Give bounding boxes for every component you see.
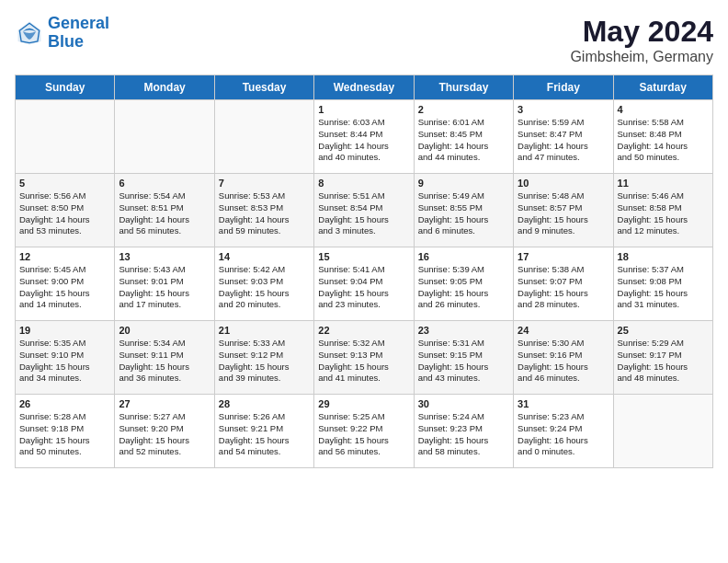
day-info: Sunrise: 5:35 AM Sunset: 9:10 PM Dayligh… — [19, 338, 110, 385]
day-cell: 4Sunrise: 5:58 AM Sunset: 8:48 PM Daylig… — [613, 100, 712, 174]
header-cell-monday: Monday — [115, 75, 214, 100]
day-cell: 16Sunrise: 5:39 AM Sunset: 9:05 PM Dayli… — [414, 247, 513, 321]
day-info: Sunrise: 5:51 AM Sunset: 8:54 PM Dayligh… — [318, 190, 409, 237]
day-info: Sunrise: 5:39 AM Sunset: 9:05 PM Dayligh… — [418, 264, 509, 311]
day-info: Sunrise: 5:27 AM Sunset: 9:20 PM Dayligh… — [119, 411, 210, 458]
subtitle: Gimbsheim, Germany — [570, 49, 713, 65]
week-row-2: 5Sunrise: 5:56 AM Sunset: 8:50 PM Daylig… — [16, 174, 713, 247]
day-number: 30 — [418, 398, 509, 409]
day-number: 17 — [518, 251, 609, 262]
day-cell: 8Sunrise: 5:51 AM Sunset: 8:54 PM Daylig… — [314, 174, 414, 247]
day-info: Sunrise: 5:29 AM Sunset: 9:17 PM Dayligh… — [618, 338, 709, 385]
day-cell: 23Sunrise: 5:31 AM Sunset: 9:15 PM Dayli… — [414, 321, 513, 395]
main-title: May 2024 — [570, 15, 713, 49]
day-cell: 14Sunrise: 5:42 AM Sunset: 9:03 PM Dayli… — [214, 247, 313, 321]
day-info: Sunrise: 5:31 AM Sunset: 9:15 PM Dayligh… — [418, 338, 509, 385]
day-info: Sunrise: 5:25 AM Sunset: 9:22 PM Dayligh… — [318, 411, 409, 458]
day-cell: 10Sunrise: 5:48 AM Sunset: 8:57 PM Dayli… — [514, 174, 613, 247]
day-info: Sunrise: 5:24 AM Sunset: 9:23 PM Dayligh… — [418, 411, 509, 458]
day-cell: 6Sunrise: 5:54 AM Sunset: 8:51 PM Daylig… — [115, 174, 214, 247]
day-info: Sunrise: 6:01 AM Sunset: 8:45 PM Dayligh… — [418, 117, 509, 164]
day-cell: 30Sunrise: 5:24 AM Sunset: 9:23 PM Dayli… — [414, 395, 513, 468]
header-cell-friday: Friday — [514, 75, 613, 100]
day-info: Sunrise: 5:45 AM Sunset: 9:00 PM Dayligh… — [19, 264, 110, 311]
logo: General Blue — [15, 15, 109, 52]
day-info: Sunrise: 5:32 AM Sunset: 9:13 PM Dayligh… — [318, 338, 409, 385]
day-number: 9 — [418, 178, 509, 189]
day-info: Sunrise: 5:26 AM Sunset: 9:21 PM Dayligh… — [219, 411, 310, 458]
day-info: Sunrise: 5:48 AM Sunset: 8:57 PM Dayligh… — [518, 190, 609, 237]
day-cell: 12Sunrise: 5:45 AM Sunset: 9:00 PM Dayli… — [16, 247, 115, 321]
day-info: Sunrise: 5:49 AM Sunset: 8:55 PM Dayligh… — [418, 190, 509, 237]
day-number: 2 — [418, 104, 509, 115]
day-cell: 24Sunrise: 5:30 AM Sunset: 9:16 PM Dayli… — [514, 321, 613, 395]
day-info: Sunrise: 5:33 AM Sunset: 9:12 PM Dayligh… — [219, 338, 310, 385]
title-block: May 2024 Gimbsheim, Germany — [570, 15, 713, 65]
day-cell: 21Sunrise: 5:33 AM Sunset: 9:12 PM Dayli… — [214, 321, 313, 395]
day-cell: 17Sunrise: 5:38 AM Sunset: 9:07 PM Dayli… — [514, 247, 613, 321]
day-number: 28 — [219, 398, 310, 409]
day-number: 19 — [19, 325, 110, 336]
day-number: 6 — [119, 178, 210, 189]
day-cell: 29Sunrise: 5:25 AM Sunset: 9:22 PM Dayli… — [314, 395, 414, 468]
day-number: 27 — [119, 398, 210, 409]
day-cell — [16, 100, 115, 174]
calendar-header: SundayMondayTuesdayWednesdayThursdayFrid… — [16, 75, 713, 100]
day-number: 8 — [318, 178, 409, 189]
day-number: 26 — [19, 398, 110, 409]
day-number: 13 — [119, 251, 210, 262]
day-cell: 7Sunrise: 5:53 AM Sunset: 8:53 PM Daylig… — [214, 174, 313, 247]
day-info: Sunrise: 5:30 AM Sunset: 9:16 PM Dayligh… — [518, 338, 609, 385]
day-number: 18 — [618, 251, 709, 262]
day-cell: 20Sunrise: 5:34 AM Sunset: 9:11 PM Dayli… — [115, 321, 214, 395]
week-row-3: 12Sunrise: 5:45 AM Sunset: 9:00 PM Dayli… — [16, 247, 713, 321]
day-cell: 31Sunrise: 5:23 AM Sunset: 9:24 PM Dayli… — [514, 395, 613, 468]
day-info: Sunrise: 5:34 AM Sunset: 9:11 PM Dayligh… — [119, 338, 210, 385]
day-cell — [613, 395, 712, 468]
day-cell: 28Sunrise: 5:26 AM Sunset: 9:21 PM Dayli… — [214, 395, 313, 468]
day-number: 4 — [618, 104, 709, 115]
header-cell-thursday: Thursday — [414, 75, 513, 100]
page-header: General Blue May 2024 Gimbsheim, Germany — [15, 15, 713, 65]
header-cell-saturday: Saturday — [613, 75, 712, 100]
header-cell-wednesday: Wednesday — [314, 75, 414, 100]
day-cell — [115, 100, 214, 174]
day-number: 16 — [418, 251, 509, 262]
day-number: 31 — [518, 398, 609, 409]
day-cell: 18Sunrise: 5:37 AM Sunset: 9:08 PM Dayli… — [613, 247, 712, 321]
day-info: Sunrise: 5:53 AM Sunset: 8:53 PM Dayligh… — [219, 190, 310, 237]
day-number: 11 — [618, 178, 709, 189]
day-info: Sunrise: 5:28 AM Sunset: 9:18 PM Dayligh… — [19, 411, 110, 458]
header-cell-sunday: Sunday — [16, 75, 115, 100]
day-cell: 22Sunrise: 5:32 AM Sunset: 9:13 PM Dayli… — [314, 321, 414, 395]
day-info: Sunrise: 5:38 AM Sunset: 9:07 PM Dayligh… — [518, 264, 609, 311]
day-number: 20 — [119, 325, 210, 336]
day-info: Sunrise: 5:42 AM Sunset: 9:03 PM Dayligh… — [219, 264, 310, 311]
calendar-table: SundayMondayTuesdayWednesdayThursdayFrid… — [15, 75, 713, 468]
logo-text: General Blue — [48, 15, 109, 52]
day-number: 12 — [19, 251, 110, 262]
day-cell: 3Sunrise: 5:59 AM Sunset: 8:47 PM Daylig… — [514, 100, 613, 174]
day-number: 29 — [318, 398, 409, 409]
day-cell: 27Sunrise: 5:27 AM Sunset: 9:20 PM Dayli… — [115, 395, 214, 468]
day-number: 5 — [19, 178, 110, 189]
day-info: Sunrise: 5:43 AM Sunset: 9:01 PM Dayligh… — [119, 264, 210, 311]
day-cell: 25Sunrise: 5:29 AM Sunset: 9:17 PM Dayli… — [613, 321, 712, 395]
day-cell: 15Sunrise: 5:41 AM Sunset: 9:04 PM Dayli… — [314, 247, 414, 321]
day-cell: 11Sunrise: 5:46 AM Sunset: 8:58 PM Dayli… — [613, 174, 712, 247]
day-info: Sunrise: 5:59 AM Sunset: 8:47 PM Dayligh… — [518, 117, 609, 164]
day-number: 7 — [219, 178, 310, 189]
week-row-4: 19Sunrise: 5:35 AM Sunset: 9:10 PM Dayli… — [16, 321, 713, 395]
day-cell: 5Sunrise: 5:56 AM Sunset: 8:50 PM Daylig… — [16, 174, 115, 247]
day-info: Sunrise: 6:03 AM Sunset: 8:44 PM Dayligh… — [318, 117, 409, 164]
day-info: Sunrise: 5:37 AM Sunset: 9:08 PM Dayligh… — [618, 264, 709, 311]
day-info: Sunrise: 5:41 AM Sunset: 9:04 PM Dayligh… — [318, 264, 409, 311]
day-info: Sunrise: 5:56 AM Sunset: 8:50 PM Dayligh… — [19, 190, 110, 237]
day-info: Sunrise: 5:46 AM Sunset: 8:58 PM Dayligh… — [618, 190, 709, 237]
logo-icon — [15, 18, 44, 48]
day-cell: 1Sunrise: 6:03 AM Sunset: 8:44 PM Daylig… — [314, 100, 414, 174]
day-number: 24 — [518, 325, 609, 336]
day-cell — [214, 100, 313, 174]
day-number: 23 — [418, 325, 509, 336]
header-cell-tuesday: Tuesday — [214, 75, 313, 100]
